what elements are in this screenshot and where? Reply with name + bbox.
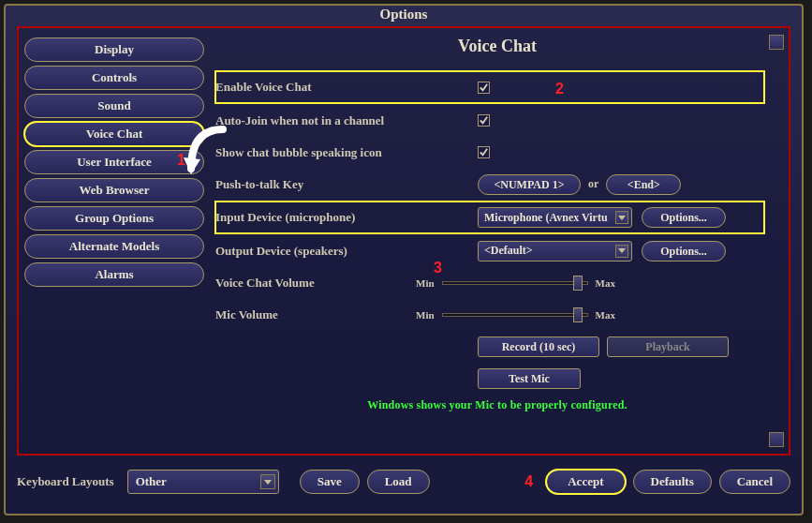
row-output-device: Output Device (speakers) <Default> Optio… [215, 236, 764, 265]
defaults-button[interactable]: Defaults [633, 470, 712, 494]
vc-volume-label: Voice Chat Volume [215, 276, 412, 291]
window-title: Options [6, 6, 802, 25]
row-vc-volume: Voice Chat Volume Min Max [215, 268, 764, 297]
row-input-device: Input Device (microphone) Microphone (Av… [215, 202, 764, 233]
sidebar-item-user-interface[interactable]: User Interface [24, 150, 204, 174]
annotation-4: 4 [524, 473, 533, 490]
autojoin-label: Auto-Join when not in a channel [215, 113, 478, 128]
output-device-options-button[interactable]: Options... [642, 241, 726, 262]
keyboard-layouts-dropdown[interactable]: Other [127, 470, 279, 494]
panel-title: Voice Chat [210, 31, 785, 66]
check-icon [479, 147, 489, 157]
bubble-checkbox[interactable] [478, 146, 490, 158]
options-footer: Keyboard Layouts Other Save Load 4 Accep… [17, 461, 790, 502]
output-device-value: <Default> [484, 244, 533, 258]
ptt-key1-button[interactable]: <NUMPAD 1> [478, 174, 581, 195]
sidebar-item-display[interactable]: Display [24, 37, 204, 62]
ptt-or-label: or [588, 177, 598, 191]
output-device-dropdown[interactable]: <Default> [478, 241, 632, 262]
vc-volume-slider[interactable] [438, 276, 592, 290]
panel-scrollbar[interactable] [769, 35, 784, 447]
input-device-dropdown[interactable]: Microphone (Avnex Virtu [478, 207, 632, 228]
enable-voice-chat-checkbox[interactable] [478, 82, 490, 94]
save-button[interactable]: Save [300, 470, 360, 494]
mic-volume-min-label: Min [412, 309, 438, 321]
bubble-label: Show chat bubble speaking icon [215, 145, 478, 160]
slider-thumb[interactable] [573, 307, 583, 322]
row-bubble: Show chat bubble speaking icon [215, 138, 764, 167]
output-device-label: Output Device (speakers) [215, 244, 478, 259]
load-button[interactable]: Load [367, 470, 430, 494]
row-enable-voice-chat: Enable Voice Chat [215, 71, 764, 103]
record-button[interactable]: Record (10 sec) [478, 336, 599, 357]
mic-status-message: Windows shows your Mic to be properly co… [210, 398, 785, 412]
sidebar-item-web-browser[interactable]: Web Browser [24, 178, 204, 202]
scroll-down-icon[interactable] [769, 432, 784, 447]
chevron-down-icon [615, 211, 628, 224]
sidebar-item-alarms[interactable]: Alarms [24, 262, 204, 287]
input-device-value: Microphone (Avnex Virtu [484, 211, 608, 225]
category-sidebar: Display Controls Sound Voice Chat User I… [24, 34, 204, 448]
input-device-label: Input Device (microphone) [215, 210, 478, 225]
sidebar-item-controls[interactable]: Controls [24, 66, 204, 90]
sidebar-item-group-options[interactable]: Group Options [24, 206, 204, 231]
cancel-button[interactable]: Cancel [719, 470, 790, 494]
row-ptt: Push-to-talk Key <NUMPAD 1> or <End> [215, 170, 764, 199]
slider-track [442, 281, 588, 285]
scroll-up-icon[interactable] [769, 35, 784, 50]
autojoin-checkbox[interactable] [478, 114, 490, 127]
keyboard-layouts-value: Other [136, 474, 167, 489]
ptt-label: Push-to-talk Key [215, 177, 478, 192]
row-test-mic: Test Mic [215, 364, 764, 393]
check-icon [479, 82, 489, 93]
mic-volume-slider[interactable] [438, 308, 592, 321]
row-mic-volume: Mic Volume Min Max [215, 300, 764, 329]
chevron-down-icon [615, 245, 628, 258]
mic-volume-label: Mic Volume [215, 307, 412, 322]
vc-volume-max-label: Max [592, 277, 619, 289]
accept-button[interactable]: Accept [546, 470, 625, 494]
playback-button[interactable]: Playback [607, 336, 729, 357]
sidebar-item-sound[interactable]: Sound [24, 94, 204, 118]
mic-volume-max-label: Max [592, 309, 619, 321]
row-record-playback: Record (10 sec) Playback [215, 332, 764, 361]
voice-chat-panel: Voice Chat Enable Voice Chat Auto-Join w… [210, 31, 785, 451]
test-mic-button[interactable]: Test Mic [478, 368, 581, 389]
check-icon [479, 115, 489, 126]
sidebar-item-voice-chat[interactable]: Voice Chat [24, 122, 204, 146]
keyboard-layouts-label: Keyboard Layouts [17, 474, 114, 489]
vc-volume-min-label: Min [412, 277, 438, 289]
ptt-key2-button[interactable]: <End> [606, 174, 681, 195]
slider-track [442, 313, 588, 317]
chevron-down-icon [260, 474, 275, 489]
slider-thumb[interactable] [573, 276, 583, 291]
sidebar-item-alternate-models[interactable]: Alternate Models [24, 234, 204, 259]
options-body: Display Controls Sound Voice Chat User I… [17, 26, 790, 456]
row-autojoin: Auto-Join when not in a channel [215, 106, 764, 135]
enable-voice-chat-label: Enable Voice Chat [215, 80, 478, 95]
options-window: Options Display Controls Sound Voice Cha… [4, 4, 804, 516]
input-device-options-button[interactable]: Options... [642, 207, 726, 228]
